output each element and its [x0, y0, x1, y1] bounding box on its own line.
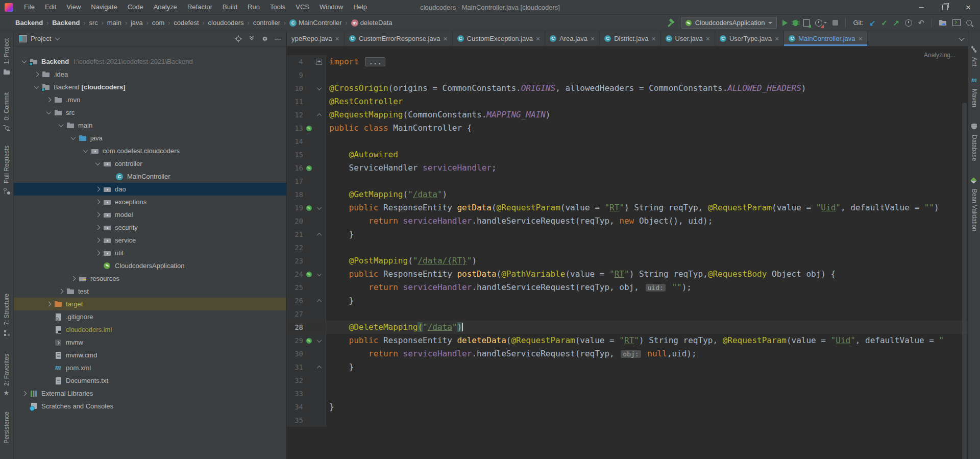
- git-update-button[interactable]: ↙: [869, 19, 876, 27]
- minimize-button[interactable]: [910, 0, 933, 14]
- tree-item-cloudcoders-iml[interactable]: cloudcoders.iml: [14, 323, 286, 336]
- breadcrumb-item-codefest[interactable]: codefest: [174, 19, 199, 27]
- chevron-right-icon[interactable]: [46, 98, 51, 103]
- tree-item-maincontroller[interactable]: MainController: [14, 170, 286, 183]
- git-push-button[interactable]: ↗: [893, 19, 900, 27]
- breadcrumb-item-src[interactable]: src: [89, 19, 97, 27]
- breadcrumb-item-java[interactable]: java: [131, 19, 143, 27]
- chevron-right-icon[interactable]: [95, 187, 100, 192]
- code-line-29[interactable]: 29 public ResponseEntity deleteData(@Req…: [287, 334, 968, 347]
- tree-item-main[interactable]: main: [14, 119, 286, 132]
- breadcrumb-item-controller[interactable]: controller: [253, 19, 280, 27]
- tab-maincontroller-java[interactable]: CMainController.java×: [784, 31, 867, 46]
- tree-item-idea[interactable]: .idea: [14, 68, 286, 81]
- run-configuration-select[interactable]: CloudcodersApplication: [681, 17, 777, 29]
- chevron-right-icon[interactable]: [58, 289, 63, 294]
- menu-item-run[interactable]: Run: [243, 0, 264, 14]
- chevron-right-icon[interactable]: [95, 200, 100, 205]
- git-commit-button[interactable]: ✓: [881, 19, 888, 27]
- profiler-button[interactable]: [815, 19, 827, 27]
- breadcrumb-item-backend[interactable]: Backend: [52, 19, 80, 27]
- code-editor[interactable]: Analyzing... 4+import ...910@CrossOrigin…: [287, 46, 968, 459]
- code-line-11[interactable]: 11@RestController: [287, 95, 968, 108]
- code-line-34[interactable]: 34}: [287, 400, 968, 414]
- tool-window-button-pull-requests[interactable]: Pull Requests: [0, 146, 13, 195]
- tree-item-src[interactable]: src: [14, 106, 286, 119]
- code-line-17[interactable]: 17: [287, 175, 968, 188]
- fold-open-icon[interactable]: [316, 85, 322, 90]
- code-line-20[interactable]: 20 return serviceHandler.handleServiceRe…: [287, 214, 968, 228]
- tab-customerrorresponse-java[interactable]: CCustomErrorResponse.java×: [345, 31, 453, 46]
- fold-close-icon[interactable]: [316, 365, 322, 370]
- tree-item-documents-txt[interactable]: Documents.txt: [14, 374, 286, 387]
- spring-bean-gutter-icon[interactable]: [306, 205, 312, 211]
- tree-item-backend[interactable]: BackendI:\codefest-2021\codefest-2021\Ba…: [14, 55, 286, 68]
- tree-item-controller[interactable]: controller: [14, 157, 286, 170]
- tree-item-scratches-and-consoles[interactable]: Scratches and Consoles: [14, 400, 286, 413]
- fold-open-icon[interactable]: [316, 271, 322, 276]
- fold-close-icon[interactable]: [316, 232, 322, 237]
- tree-item-mvn[interactable]: .mvn: [14, 93, 286, 106]
- fold-open-icon[interactable]: [316, 337, 322, 343]
- build-hammer-button[interactable]: [667, 19, 675, 27]
- tree-item-com-codefest-cloudcoders[interactable]: com.codefest.cloudcoders: [14, 144, 286, 157]
- tree-item-mvnw[interactable]: mvnw: [14, 336, 286, 349]
- code-line-14[interactable]: 14: [287, 135, 968, 148]
- code-line-21[interactable]: 21 }: [287, 228, 968, 241]
- breadcrumb-item-main[interactable]: main: [107, 19, 121, 27]
- tool-window-button-2-favorites[interactable]: 2: Favorites: [0, 354, 13, 398]
- spring-bean-gutter-icon[interactable]: [306, 165, 312, 171]
- tab-close-icon[interactable]: ×: [536, 35, 540, 42]
- tree-item-util[interactable]: util: [14, 247, 286, 259]
- fold-close-icon[interactable]: [316, 299, 322, 304]
- menu-item-help[interactable]: Help: [349, 0, 372, 14]
- chevron-down-icon[interactable]: [55, 35, 60, 40]
- code-line-18[interactable]: 18 @GetMapping("/data"): [287, 188, 968, 201]
- tree-item-mvnw-cmd[interactable]: mvnw.cmd: [14, 349, 286, 361]
- code-line-24[interactable]: 24 public ResponseEntity postData(@PathV…: [287, 268, 968, 281]
- tree-item-target[interactable]: target: [14, 298, 286, 310]
- tab-usertype-java[interactable]: CUserType.java×: [715, 31, 784, 46]
- spring-bean-gutter-icon[interactable]: [306, 338, 312, 344]
- code-line-32[interactable]: 32: [287, 374, 968, 387]
- tree-item-test[interactable]: test: [14, 285, 286, 298]
- code-line-16[interactable]: 16 ServiceHandler serviceHandler;: [287, 161, 968, 175]
- tool-window-button-bean-validation[interactable]: Bean Validation: [968, 177, 980, 231]
- menu-item-view[interactable]: View: [62, 0, 85, 14]
- chevron-down-icon[interactable]: [46, 109, 51, 114]
- tab-close-icon[interactable]: ×: [335, 35, 339, 42]
- menu-item-build[interactable]: Build: [218, 0, 242, 14]
- code-line-10[interactable]: 10@CrossOrigin(origins = CommonConstants…: [287, 82, 968, 95]
- chevron-down-icon[interactable]: [83, 148, 88, 153]
- tree-item-backend[interactable]: Backend[cloudcoders]: [14, 81, 286, 93]
- tool-window-button-ant[interactable]: Ant: [968, 45, 980, 66]
- code-line-23[interactable]: 23 @PostMapping("/data/{RT}"): [287, 254, 968, 268]
- fold-close-icon[interactable]: [316, 113, 322, 118]
- tree-item-security[interactable]: security: [14, 221, 286, 234]
- code-line-25[interactable]: 25 return serviceHandler.handleServiceRe…: [287, 281, 968, 294]
- chevron-right-icon[interactable]: [46, 302, 51, 307]
- chevron-down-icon[interactable]: [58, 122, 63, 127]
- tab-close-icon[interactable]: ×: [591, 35, 595, 42]
- chevron-down-icon[interactable]: [95, 160, 100, 165]
- git-history-button[interactable]: [905, 19, 912, 27]
- code-line-28[interactable]: 28 @DeleteMapping("/data"): [287, 321, 968, 334]
- code-line-26[interactable]: 26 }: [287, 294, 968, 307]
- breadcrumb-item-backend[interactable]: Backend: [15, 19, 43, 27]
- project-structure-button[interactable]: [939, 20, 947, 26]
- tree-item-model[interactable]: model: [14, 208, 286, 221]
- tab-area-java[interactable]: CArea.java×: [545, 31, 600, 46]
- menu-item-file[interactable]: File: [19, 0, 39, 14]
- tool-window-button-persistence[interactable]: Persistence: [0, 412, 13, 444]
- tool-window-button-database[interactable]: Database: [968, 123, 980, 161]
- menu-item-analyze[interactable]: Analyze: [149, 0, 182, 14]
- tree-item-resources[interactable]: resources: [14, 272, 286, 285]
- menu-item-navigate[interactable]: Navigate: [86, 0, 121, 14]
- tool-window-button-7-structure[interactable]: 7: Structure: [0, 294, 13, 337]
- chevron-down-icon[interactable]: [34, 84, 39, 89]
- tree-item-cloudcodersapplication[interactable]: CloudcodersApplication: [14, 259, 286, 272]
- code-line-19[interactable]: 19 public ResponseEntity getData(@Reques…: [287, 201, 968, 214]
- code-line-31[interactable]: 31 }: [287, 360, 968, 374]
- chevron-down-icon[interactable]: [21, 58, 27, 63]
- code-line-9[interactable]: 9: [287, 68, 968, 82]
